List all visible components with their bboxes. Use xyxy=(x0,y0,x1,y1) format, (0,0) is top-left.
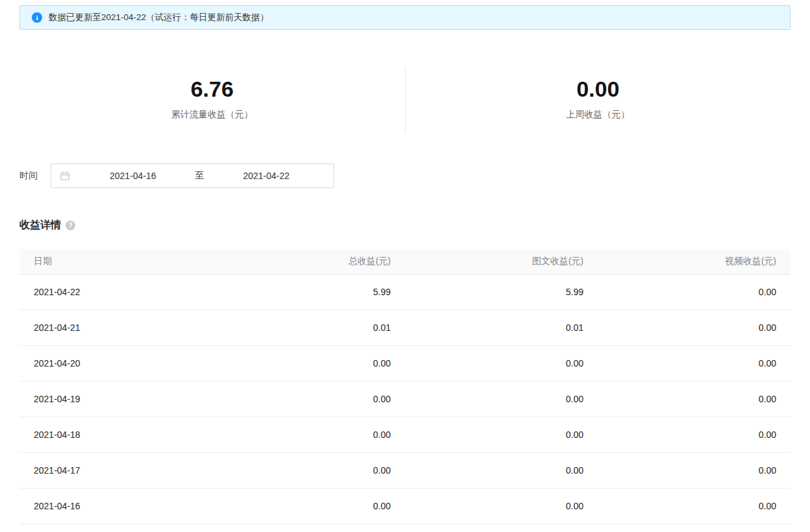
cell-date: 2021-04-17 xyxy=(19,452,220,488)
cell-date: 2021-04-21 xyxy=(19,309,220,345)
cell-date: 2021-04-19 xyxy=(19,381,220,417)
cell-video: 0.00 xyxy=(598,488,791,524)
cell-total: 0.00 xyxy=(220,345,405,381)
cell-article: 0.00 xyxy=(405,452,598,488)
cell-total: 5.99 xyxy=(220,274,405,309)
cell-article: 0.00 xyxy=(405,417,598,452)
date-filter-row: 时间 2021-04-16 至 2021-04-22 xyxy=(19,163,791,188)
cell-total: 0.00 xyxy=(220,488,405,524)
cell-article: 0.00 xyxy=(405,345,598,381)
date-range-picker[interactable]: 2021-04-16 至 2021-04-22 xyxy=(51,163,334,188)
end-date-input[interactable]: 2021-04-22 xyxy=(208,171,325,181)
calendar-icon xyxy=(60,171,69,180)
header-article-revenue: 图文收益(元) xyxy=(405,249,598,274)
cell-article: 0.01 xyxy=(405,309,598,345)
header-total-revenue: 总收益(元) xyxy=(220,249,405,274)
table-row: 2021-04-21 0.01 0.01 0.00 xyxy=(19,309,791,345)
cell-total: 0.01 xyxy=(220,309,405,345)
stat-last-week-revenue: 0.00 上周收益（元） xyxy=(406,68,791,132)
section-title: 收益详情 xyxy=(19,219,61,232)
revenue-table: 日期 总收益(元) 图文收益(元) 视频收益(元) 2021-04-22 5.9… xyxy=(19,249,791,524)
date-filter-label: 时间 xyxy=(19,170,38,182)
table-row: 2021-04-20 0.00 0.00 0.00 xyxy=(19,345,791,381)
stats-summary: 6.76 累计流量收益（元） 0.00 上周收益（元） xyxy=(19,68,791,132)
cell-date: 2021-04-22 xyxy=(19,274,220,309)
cell-date: 2021-04-18 xyxy=(19,417,220,452)
cell-video: 0.00 xyxy=(598,345,791,381)
cell-total: 0.00 xyxy=(220,381,405,417)
stat-value: 6.76 xyxy=(19,77,405,101)
cell-article: 0.00 xyxy=(405,381,598,417)
stat-cumulative-revenue: 6.76 累计流量收益（元） xyxy=(19,68,405,132)
cell-video: 0.00 xyxy=(598,274,791,309)
info-circle-icon: i xyxy=(32,12,42,23)
cell-date: 2021-04-16 xyxy=(19,488,220,524)
header-video-revenue: 视频收益(元) xyxy=(598,249,791,274)
cell-total: 0.00 xyxy=(220,417,405,452)
table-row: 2021-04-17 0.00 0.00 0.00 xyxy=(19,452,791,488)
section-head: 收益详情 ? xyxy=(19,219,791,232)
stat-value: 0.00 xyxy=(406,77,791,101)
cell-video: 0.00 xyxy=(598,381,791,417)
range-separator: 至 xyxy=(191,170,208,182)
table-row: 2021-04-19 0.00 0.00 0.00 xyxy=(19,381,791,417)
cell-article: 5.99 xyxy=(405,274,598,309)
stat-label: 上周收益（元） xyxy=(406,109,791,121)
stat-label: 累计流量收益（元） xyxy=(19,109,405,121)
question-circle-icon[interactable]: ? xyxy=(66,221,75,230)
table-row: 2021-04-16 0.00 0.00 0.00 xyxy=(19,488,791,524)
start-date-input[interactable]: 2021-04-16 xyxy=(75,171,191,181)
cell-video: 0.00 xyxy=(598,309,791,345)
table-row: 2021-04-18 0.00 0.00 0.00 xyxy=(19,417,791,452)
update-banner: i 数据已更新至2021-04-22（试运行：每日更新前天数据） xyxy=(19,5,791,30)
cell-video: 0.00 xyxy=(598,417,791,452)
banner-text: 数据已更新至2021-04-22（试运行：每日更新前天数据） xyxy=(49,12,269,23)
table-header-row: 日期 总收益(元) 图文收益(元) 视频收益(元) xyxy=(19,249,791,274)
revenue-page: i 数据已更新至2021-04-22（试运行：每日更新前天数据） 6.76 累计… xyxy=(0,0,810,524)
header-date: 日期 xyxy=(19,249,220,274)
cell-video: 0.00 xyxy=(598,452,791,488)
cell-article: 0.00 xyxy=(405,488,598,524)
cell-total: 0.00 xyxy=(220,452,405,488)
cell-date: 2021-04-20 xyxy=(19,345,220,381)
table-row: 2021-04-22 5.99 5.99 0.00 xyxy=(19,274,791,309)
